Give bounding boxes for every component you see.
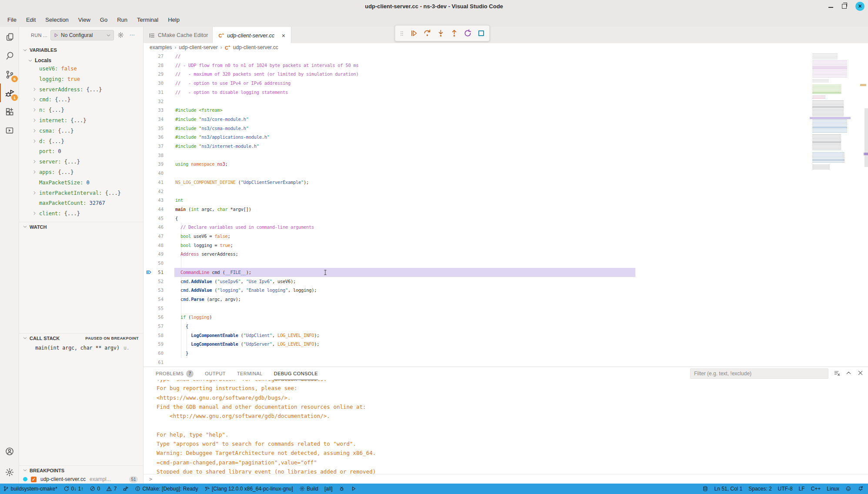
status-indentation[interactable]: Spaces: 2 xyxy=(745,484,775,494)
menu-item-file[interactable]: File xyxy=(3,12,21,27)
activity-item-extensions[interactable] xyxy=(0,102,19,121)
collapse-panel-button[interactable] xyxy=(845,370,852,378)
panel-tab-terminal[interactable]: TERMINAL xyxy=(237,367,263,380)
line-number[interactable]: 38 xyxy=(145,151,164,160)
variable-row[interactable]: serverAddress: {...} xyxy=(19,84,143,95)
code-line[interactable]: 43int xyxy=(144,196,868,205)
variable-row[interactable]: server: {...} xyxy=(19,157,143,167)
code-line[interactable]: 36#include "ns3/applications-module.h" xyxy=(144,133,868,142)
menu-item-help[interactable]: Help xyxy=(163,12,184,27)
code-line[interactable]: 52 cmd.AddValue ("useIpv6", "Use Ipv6", … xyxy=(144,277,868,286)
line-number[interactable]: 50 xyxy=(145,259,164,268)
panel-tab-problems[interactable]: PROBLEMS7 xyxy=(156,367,194,380)
code-line[interactable]: 31// - option to disable logging stateme… xyxy=(144,88,868,97)
status-git-branch[interactable]: buildsystem-cmake* xyxy=(0,484,60,494)
more-actions-icon[interactable]: ··· xyxy=(130,32,135,38)
chevron-right-icon[interactable] xyxy=(32,107,37,112)
line-number[interactable]: 32 xyxy=(145,97,164,106)
line-number[interactable]: 37 xyxy=(145,142,164,151)
code-line[interactable]: 55 xyxy=(144,304,868,313)
line-number[interactable]: 52 xyxy=(145,277,164,286)
line-number[interactable]: 39 xyxy=(145,160,164,169)
minimize-button[interactable] xyxy=(828,7,833,8)
line-number[interactable]: 31 xyxy=(145,88,164,97)
code-line[interactable]: 57 { xyxy=(144,322,868,331)
start-debugging-icon[interactable] xyxy=(53,33,59,38)
activity-item-explorer[interactable] xyxy=(0,27,19,46)
menu-item-run[interactable]: Run xyxy=(112,12,132,27)
variable-row[interactable]: d: {...} xyxy=(19,136,143,147)
status-debug-target[interactable] xyxy=(336,484,348,494)
breadcrumb-item[interactable]: udp-client-server.cc xyxy=(233,44,278,50)
status-cmake-kit[interactable]: [Clang 12.0.0 x86_64-pc-linux-gnu] xyxy=(201,484,296,494)
variable-row[interactable]: logging: true xyxy=(19,74,143,84)
code-line[interactable]: 54 cmd.Parse (argc, argv); xyxy=(144,295,868,304)
editor-tab-cmake-cache-editor[interactable]: CMake Cache Editor xyxy=(144,27,213,43)
continue-button[interactable] xyxy=(409,29,418,38)
line-number[interactable]: 30 xyxy=(145,79,164,88)
panel-tab-output[interactable]: OUTPUT xyxy=(205,367,226,380)
variable-row[interactable]: internet: {...} xyxy=(19,115,143,126)
code-line[interactable]: 39using namespace ns3; xyxy=(144,160,868,169)
close-button[interactable]: × xyxy=(855,2,865,11)
status-cursor-position[interactable]: Ln 51, Col 1 xyxy=(711,484,746,494)
line-number[interactable]: 47 xyxy=(145,232,164,241)
panel-tab-debug-console[interactable]: DEBUG CONSOLE xyxy=(274,367,318,380)
editor-tab-udp-client-server-cc[interactable]: C+udp-client-server.cc× xyxy=(213,27,291,44)
line-number[interactable]: 44 xyxy=(145,205,164,214)
activity-item-accounts[interactable] xyxy=(0,441,19,462)
watch-section-header[interactable]: WATCH xyxy=(19,222,143,231)
activity-item-run-and-debug[interactable]: 1 xyxy=(0,83,19,102)
code-line[interactable]: 40 xyxy=(144,169,868,178)
chevron-right-icon[interactable] xyxy=(32,190,37,195)
menu-item-view[interactable]: View xyxy=(73,12,95,27)
status-sync[interactable]: 0↓ 1↑ xyxy=(60,484,87,494)
code-line[interactable]: 33#include <fstream> xyxy=(144,106,868,115)
status-notifications[interactable] xyxy=(855,484,867,494)
drag-grip-icon[interactable] xyxy=(399,30,405,37)
code-line[interactable]: 49 Address serverAddress; xyxy=(144,250,868,259)
code-line[interactable]: 28// - UDP flow from n0 to n1 of 1024 by… xyxy=(144,61,868,70)
code-line[interactable]: 37#include "ns3/internet-module.h" xyxy=(144,142,868,151)
variables-section-header[interactable]: VARIABLES xyxy=(19,45,143,55)
status-language-mode[interactable]: C++ xyxy=(808,484,824,494)
breakpoint-checkbox[interactable]: ✓ xyxy=(31,477,37,482)
code-line[interactable]: 53 cmd.AddValue ("logging", "Enable logg… xyxy=(144,286,868,295)
code-line[interactable]: 45{ xyxy=(144,214,868,223)
line-number[interactable]: 40 xyxy=(145,169,164,178)
status-launch-target[interactable] xyxy=(347,484,360,494)
code-line[interactable]: 35#include "ns3/csma-module.h" xyxy=(144,124,868,133)
stop-button[interactable] xyxy=(476,29,486,38)
variable-row[interactable]: interPacketInterval: {...} xyxy=(19,188,143,198)
code-line[interactable]: 29// - maximum of 320 packets sent (or l… xyxy=(144,70,868,79)
restart-button[interactable] xyxy=(463,29,472,38)
code-line[interactable]: 50 xyxy=(144,259,868,268)
variable-row[interactable]: n: {...} xyxy=(19,105,143,115)
activity-item-search[interactable] xyxy=(0,46,19,65)
breakpoints-section-header[interactable]: BREAKPOINTS xyxy=(19,465,143,475)
code-line[interactable]: 46 // Declare variables used in command-… xyxy=(144,223,868,232)
line-number[interactable]: 56 xyxy=(145,313,164,322)
clear-console-button[interactable] xyxy=(834,370,840,378)
status-debug-status[interactable] xyxy=(120,484,132,494)
line-number[interactable]: 60 xyxy=(145,349,164,358)
activity-item-manage[interactable] xyxy=(0,462,19,483)
gear-icon[interactable] xyxy=(117,32,124,38)
line-number[interactable]: 41 xyxy=(145,178,164,187)
close-panel-button[interactable] xyxy=(857,370,864,378)
stack-frame-main[interactable]: main(int argc, char ** argv)u. xyxy=(19,343,143,353)
status-os[interactable]: Linux xyxy=(824,484,842,494)
line-number[interactable]: 35 xyxy=(145,124,164,133)
chevron-right-icon[interactable] xyxy=(32,87,37,92)
breadcrumb-item[interactable]: examples xyxy=(150,44,172,50)
line-number[interactable]: 43 xyxy=(145,196,164,205)
variable-row[interactable]: port: 0 xyxy=(19,146,143,157)
breakpoint-item[interactable]: ✓ udp-client-server.cc exampl... 51 xyxy=(19,475,143,484)
chevron-right-icon[interactable] xyxy=(32,211,37,216)
line-number[interactable]: 48 xyxy=(145,241,164,250)
line-number[interactable]: 58 xyxy=(145,331,164,340)
code-line[interactable]: 44main (int argc, char *argv[]) xyxy=(144,205,868,214)
activity-item-cmake[interactable] xyxy=(0,121,19,140)
line-number[interactable]: 55 xyxy=(145,304,164,313)
code-line[interactable]: 59 LogComponentEnable ("UdpServer", LOG_… xyxy=(144,340,868,349)
